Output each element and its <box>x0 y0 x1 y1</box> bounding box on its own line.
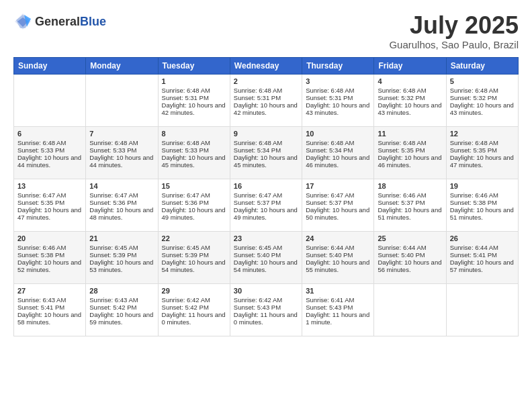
day-number: 18 <box>378 182 442 190</box>
table-row <box>86 74 158 126</box>
daylight-text: Daylight: 10 hours and 49 minutes. <box>162 206 226 221</box>
header: General Blue July 2025 Guarulhos, Sao Pa… <box>13 12 519 50</box>
sunrise-text: Sunrise: 6:48 AM <box>89 139 138 146</box>
subtitle: Guarulhos, Sao Paulo, Brazil <box>389 39 519 50</box>
sunset-text: Sunset: 5:40 PM <box>234 251 281 259</box>
sunrise-text: Sunrise: 6:47 AM <box>89 191 138 199</box>
sunrise-text: Sunrise: 6:48 AM <box>234 87 282 94</box>
table-row: 29 Sunrise: 6:42 AM Sunset: 5:42 PM Dayl… <box>158 283 230 336</box>
day-number: 31 <box>306 287 370 295</box>
day-number: 13 <box>17 182 82 190</box>
day-number: 30 <box>234 287 298 295</box>
daylight-text: Daylight: 10 hours and 54 minutes. <box>162 259 226 273</box>
day-number: 2 <box>234 77 298 85</box>
logo-blue: Blue <box>80 15 106 28</box>
day-number: 7 <box>89 130 154 138</box>
day-number: 14 <box>89 182 154 190</box>
daylight-text: Daylight: 10 hours and 42 minutes. <box>234 101 298 116</box>
sunset-text: Sunset: 5:36 PM <box>89 199 136 206</box>
sunrise-text: Sunrise: 6:41 AM <box>306 296 354 304</box>
day-number: 6 <box>17 130 82 138</box>
table-row: 2 Sunrise: 6:48 AM Sunset: 5:31 PM Dayli… <box>230 74 302 126</box>
col-saturday: Saturday <box>446 57 518 74</box>
sunrise-text: Sunrise: 6:48 AM <box>162 139 210 146</box>
day-number: 16 <box>234 182 298 190</box>
day-number: 19 <box>450 182 515 190</box>
day-number: 12 <box>450 130 515 138</box>
table-row: 1 Sunrise: 6:48 AM Sunset: 5:31 PM Dayli… <box>158 74 230 126</box>
sunrise-text: Sunrise: 6:48 AM <box>450 139 498 146</box>
table-row: 14 Sunrise: 6:47 AM Sunset: 5:36 PM Dayl… <box>86 179 158 231</box>
sunset-text: Sunset: 5:35 PM <box>450 146 497 154</box>
sunset-text: Sunset: 5:38 PM <box>450 199 497 206</box>
table-row: 17 Sunrise: 6:47 AM Sunset: 5:37 PM Dayl… <box>302 179 374 231</box>
sunset-text: Sunset: 5:35 PM <box>17 199 64 206</box>
sunrise-text: Sunrise: 6:44 AM <box>306 244 354 251</box>
sunset-text: Sunset: 5:33 PM <box>17 146 64 154</box>
day-number: 4 <box>378 77 442 85</box>
col-wednesday: Wednesday <box>230 57 302 74</box>
table-row <box>446 283 518 336</box>
daylight-text: Daylight: 10 hours and 53 minutes. <box>89 259 153 273</box>
table-row: 25 Sunrise: 6:44 AM Sunset: 5:40 PM Dayl… <box>374 231 446 283</box>
daylight-text: Daylight: 10 hours and 49 minutes. <box>234 206 298 221</box>
sunrise-text: Sunrise: 6:46 AM <box>450 191 498 199</box>
sunset-text: Sunset: 5:40 PM <box>378 251 425 259</box>
daylight-text: Daylight: 10 hours and 45 minutes. <box>234 154 298 169</box>
sunset-text: Sunset: 5:35 PM <box>378 146 425 154</box>
day-number: 24 <box>306 234 370 242</box>
sunset-text: Sunset: 5:40 PM <box>306 251 353 259</box>
day-number: 3 <box>306 77 370 85</box>
daylight-text: Daylight: 10 hours and 57 minutes. <box>450 259 514 273</box>
daylight-text: Daylight: 10 hours and 42 minutes. <box>162 101 226 116</box>
day-number: 22 <box>162 234 226 242</box>
daylight-text: Daylight: 10 hours and 56 minutes. <box>378 259 441 273</box>
day-number: 17 <box>306 182 370 190</box>
calendar-row: 1 Sunrise: 6:48 AM Sunset: 5:31 PM Dayli… <box>14 74 519 126</box>
sunrise-text: Sunrise: 6:43 AM <box>89 296 138 304</box>
col-thursday: Thursday <box>302 57 374 74</box>
table-row: 10 Sunrise: 6:48 AM Sunset: 5:34 PM Dayl… <box>302 126 374 179</box>
day-number: 1 <box>162 77 226 85</box>
daylight-text: Daylight: 10 hours and 44 minutes. <box>89 154 153 169</box>
table-row: 15 Sunrise: 6:47 AM Sunset: 5:36 PM Dayl… <box>158 179 230 231</box>
sunrise-text: Sunrise: 6:43 AM <box>17 296 66 304</box>
daylight-text: Daylight: 10 hours and 58 minutes. <box>17 311 81 326</box>
day-number: 28 <box>89 287 154 295</box>
sunrise-text: Sunrise: 6:48 AM <box>306 87 354 94</box>
sunset-text: Sunset: 5:42 PM <box>89 304 136 311</box>
sunset-text: Sunset: 5:31 PM <box>234 94 281 101</box>
sunrise-text: Sunrise: 6:48 AM <box>17 139 66 146</box>
table-row: 13 Sunrise: 6:47 AM Sunset: 5:35 PM Dayl… <box>14 179 86 231</box>
table-row: 7 Sunrise: 6:48 AM Sunset: 5:33 PM Dayli… <box>86 126 158 179</box>
sunrise-text: Sunrise: 6:48 AM <box>306 139 354 146</box>
daylight-text: Daylight: 11 hours and 1 minute. <box>306 311 369 326</box>
sunrise-text: Sunrise: 6:47 AM <box>162 191 210 199</box>
day-number: 15 <box>162 182 226 190</box>
page: General Blue July 2025 Guarulhos, Sao Pa… <box>0 0 532 411</box>
day-number: 5 <box>450 77 515 85</box>
sunset-text: Sunset: 5:37 PM <box>234 199 281 206</box>
daylight-text: Daylight: 11 hours and 0 minutes. <box>162 311 226 326</box>
calendar-row: 13 Sunrise: 6:47 AM Sunset: 5:35 PM Dayl… <box>14 179 519 231</box>
sunset-text: Sunset: 5:32 PM <box>450 94 497 101</box>
daylight-text: Daylight: 10 hours and 54 minutes. <box>234 259 298 273</box>
day-number: 10 <box>306 130 370 138</box>
sunset-text: Sunset: 5:37 PM <box>306 199 353 206</box>
sunrise-text: Sunrise: 6:48 AM <box>162 87 210 94</box>
col-sunday: Sunday <box>14 57 86 74</box>
day-number: 27 <box>17 287 82 295</box>
sunset-text: Sunset: 5:41 PM <box>17 304 64 311</box>
daylight-text: Daylight: 10 hours and 43 minutes. <box>450 101 514 116</box>
table-row: 20 Sunrise: 6:46 AM Sunset: 5:38 PM Dayl… <box>14 231 86 283</box>
header-row: Sunday Monday Tuesday Wednesday Thursday… <box>14 57 519 74</box>
table-row: 19 Sunrise: 6:46 AM Sunset: 5:38 PM Dayl… <box>446 179 518 231</box>
sunrise-text: Sunrise: 6:45 AM <box>89 244 138 251</box>
sunrise-text: Sunrise: 6:47 AM <box>306 191 354 199</box>
daylight-text: Daylight: 10 hours and 55 minutes. <box>306 259 369 273</box>
daylight-text: Daylight: 10 hours and 46 minutes. <box>378 154 441 169</box>
sunset-text: Sunset: 5:36 PM <box>162 199 209 206</box>
table-row: 4 Sunrise: 6:48 AM Sunset: 5:32 PM Dayli… <box>374 74 446 126</box>
daylight-text: Daylight: 10 hours and 45 minutes. <box>162 154 226 169</box>
col-friday: Friday <box>374 57 446 74</box>
